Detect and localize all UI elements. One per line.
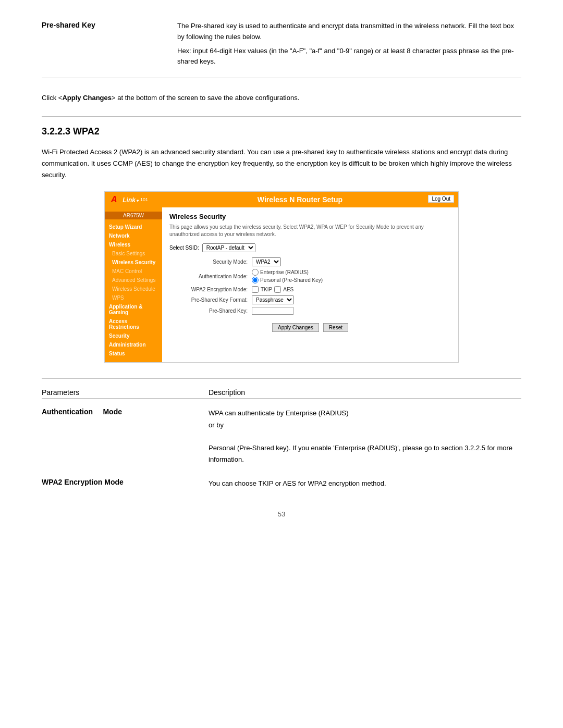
psk-label: Pre-Shared Key: bbox=[175, 308, 248, 314]
wpa2-enc-desc-line1: You can choose TKIP or AES for WPA2 encr… bbox=[209, 479, 386, 487]
ssid-row: Select SSID: RootAP - default bbox=[169, 243, 451, 252]
aes-checkbox[interactable] bbox=[274, 286, 281, 293]
auth-param-mode: Mode bbox=[103, 408, 122, 416]
psk-format-select[interactable]: Passphrase bbox=[252, 295, 294, 304]
psk-format-label: Pre-Shared Key Format: bbox=[175, 297, 248, 303]
apply-changes-button[interactable]: Apply Changes bbox=[272, 323, 319, 332]
sidebar-item-mac-control[interactable]: MAC Control bbox=[105, 267, 162, 276]
sidebar-item-advanced-settings[interactable]: Advanced Settings bbox=[105, 276, 162, 285]
auth-enterprise-radio[interactable] bbox=[252, 269, 259, 276]
wpa2-enc-options: TKIP AES bbox=[252, 286, 293, 293]
wpa2-enc-param-row: WPA2 Encryption Mode You can choose TKIP… bbox=[42, 478, 521, 489]
sidebar-item-wireless[interactable]: Wireless bbox=[105, 240, 162, 249]
auth-enterprise-label[interactable]: Enterprise (RADIUS) bbox=[252, 269, 323, 276]
page-number: 53 bbox=[42, 510, 521, 518]
logo-101: 101 bbox=[140, 197, 148, 202]
button-row: Apply Changes Reset bbox=[169, 323, 451, 332]
auth-personal-radio[interactable] bbox=[252, 277, 259, 283]
auth-param-name: Authentication bbox=[42, 408, 93, 416]
params-divider bbox=[42, 378, 521, 379]
wireless-security-title: Wireless Security bbox=[169, 213, 451, 220]
router-header: AirLink✦ 101 Wireless N Router Setup Log… bbox=[105, 192, 458, 207]
router-title: Wireless N Router Setup bbox=[148, 195, 452, 204]
psk-row: Pre-Shared Key: bbox=[175, 307, 451, 315]
ssid-select[interactable]: RootAP - default bbox=[202, 243, 255, 252]
sidebar-item-security[interactable]: Security bbox=[105, 331, 162, 340]
section-heading: 3.2.2.3 WPA2 bbox=[42, 126, 521, 137]
logo-air: AirLink✦ bbox=[111, 195, 139, 204]
apply-changes-note: Click <Apply Changes> at the bottom of t… bbox=[42, 94, 521, 102]
psk-input[interactable] bbox=[252, 307, 293, 315]
auth-mode-row: Authentication Mode: Enterprise (RADIUS)… bbox=[175, 269, 451, 283]
aes-label: AES bbox=[283, 287, 293, 292]
sidebar-item-administration[interactable]: Administration bbox=[105, 340, 162, 349]
ssid-label: Select SSID: bbox=[169, 245, 199, 251]
wpa2-enc-param-desc: You can choose TKIP or AES for WPA2 encr… bbox=[209, 478, 521, 489]
params-col-header: Parameters bbox=[42, 388, 209, 397]
router-body: AR675W Setup Wizard Network Wireless Bas… bbox=[105, 207, 458, 362]
wireless-security-desc: This page allows you setup the wireless … bbox=[169, 224, 451, 238]
tkip-label: TKIP bbox=[261, 287, 272, 292]
auth-enterprise-text: Enterprise (RADIUS) bbox=[260, 269, 309, 275]
auth-desc-orby: or by bbox=[209, 421, 224, 429]
sidebar-item-wireless-security[interactable]: Wireless Security bbox=[105, 258, 162, 267]
sidebar-item-wps[interactable]: WPS bbox=[105, 293, 162, 302]
section-divider bbox=[42, 116, 521, 117]
model-label: AR675W bbox=[105, 212, 162, 219]
wpa2-enc-row: WPA2 Encryption Mode: TKIP AES bbox=[175, 286, 451, 293]
auth-personal-label[interactable]: Personal (Pre-Shared Key) bbox=[252, 277, 323, 283]
logout-button[interactable]: Log Out bbox=[428, 195, 454, 203]
security-mode-label: Security Mode: bbox=[175, 259, 248, 265]
preshared-key-desc2: Hex: input 64-digit Hex values (in the "… bbox=[177, 46, 521, 68]
auth-mode-label: Authentication Mode: bbox=[175, 274, 248, 279]
sidebar-item-status[interactable]: Status bbox=[105, 349, 162, 358]
sidebar-item-application-gaming[interactable]: Application & Gaming bbox=[105, 302, 162, 317]
sidebar-item-setup-wizard[interactable]: Setup Wizard bbox=[105, 223, 162, 231]
router-sidebar: AR675W Setup Wizard Network Wireless Bas… bbox=[105, 207, 162, 362]
desc-col-header: Description bbox=[209, 388, 521, 397]
auth-param-row: Authentication Mode WPA can authenticate… bbox=[42, 408, 521, 465]
reset-button[interactable]: Reset bbox=[323, 323, 348, 332]
tkip-checkbox[interactable] bbox=[252, 286, 259, 293]
preshared-key-label: Pre-shared Key bbox=[42, 21, 95, 29]
security-mode-select[interactable]: WPA2 bbox=[252, 257, 281, 266]
router-panel: AirLink✦ 101 Wireless N Router Setup Log… bbox=[104, 191, 459, 363]
sidebar-item-wireless-schedule[interactable]: Wireless Schedule bbox=[105, 285, 162, 293]
section-body: Wi-Fi Protected Access 2 (WPA2) is an ad… bbox=[42, 146, 521, 181]
form-table: Security Mode: WPA2 Authentication Mode:… bbox=[175, 257, 451, 315]
security-mode-row: Security Mode: WPA2 bbox=[175, 257, 451, 266]
wpa2-enc-param-label: WPA2 Encryption Mode bbox=[42, 478, 198, 489]
wpa2-enc-label: WPA2 Encryption Mode: bbox=[175, 287, 248, 292]
auth-desc-line1: WPA can authenticate by Enterprise (RADI… bbox=[209, 409, 349, 417]
auth-param-desc: WPA can authenticate by Enterprise (RADI… bbox=[209, 408, 521, 465]
auth-mode-options: Enterprise (RADIUS) Personal (Pre-Shared… bbox=[252, 269, 323, 283]
parameters-header: Parameters Description bbox=[42, 388, 521, 399]
preshared-key-desc1: The Pre-shared key is used to authentica… bbox=[177, 21, 521, 43]
sidebar-item-basic-settings[interactable]: Basic Settings bbox=[105, 249, 162, 258]
sidebar-item-access-restrictions[interactable]: Access Restrictions bbox=[105, 317, 162, 331]
router-main-content: Wireless Security This page allows you s… bbox=[162, 207, 458, 362]
auth-personal-text: Personal (Pre-Shared Key) bbox=[260, 277, 323, 283]
psk-format-row: Pre-Shared Key Format: Passphrase bbox=[175, 295, 451, 304]
auth-desc-line2: Personal (Pre-Shared key). If you enable… bbox=[209, 444, 512, 463]
sidebar-item-network[interactable]: Network bbox=[105, 231, 162, 240]
airlink-logo: AirLink✦ 101 bbox=[111, 195, 148, 204]
wpa2-enc-param-name: WPA2 Encryption Mode bbox=[42, 478, 124, 486]
auth-param-label: Authentication Mode bbox=[42, 408, 198, 465]
